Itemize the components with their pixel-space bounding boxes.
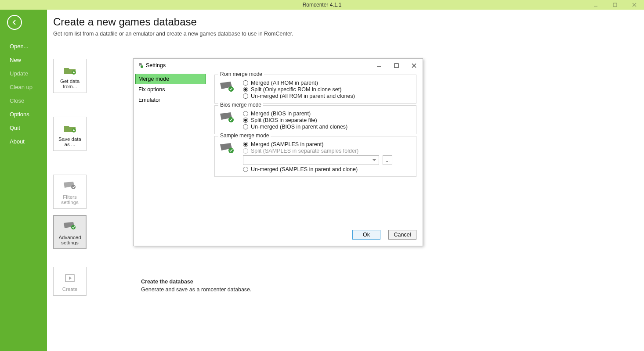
folder-plus-icon — [55, 122, 84, 135]
drive-plus-icon — [218, 143, 234, 154]
play-icon — [55, 272, 84, 285]
group-legend: Rom merge mode — [218, 71, 264, 77]
radio-label: Un-merged (SAMPLES in parent and clone) — [251, 166, 358, 172]
tile-advanced[interactable]: Advanced settings — [53, 215, 87, 249]
dialog-close-button[interactable] — [405, 59, 423, 72]
content-area: Create a new games database Get rom list… — [47, 10, 644, 351]
minimize-button[interactable] — [586, 0, 605, 10]
create-description: Create the database Generate and save as… — [141, 279, 252, 293]
radio-rom-unmerged[interactable]: Un-merged (All ROM in parent and clones) — [243, 93, 412, 99]
close-button[interactable] — [625, 0, 644, 10]
page-subtitle: Get rom list from a datafile or an emula… — [53, 31, 638, 37]
group-legend: Bios merge mode — [218, 102, 263, 108]
radio-sample-merged[interactable]: Merged (SAMPLES in parent) — [243, 141, 412, 147]
radio-label: Split (Only specific ROM in clone set) — [251, 86, 341, 93]
drive-plus-icon — [218, 112, 234, 123]
radio-rom-merged[interactable]: Merged (All ROM in parent) — [243, 80, 412, 86]
dialog-main: Rom merge mode Merged (All ROM in parent… — [208, 72, 423, 246]
radio-rom-split[interactable]: Split (Only specific ROM in clone set) — [243, 86, 412, 93]
sidebar-item-update: Update — [0, 67, 47, 80]
dialog-maximize-button[interactable] — [387, 59, 405, 72]
sidebar-item-about[interactable]: About — [0, 135, 47, 148]
svg-rect-1 — [613, 3, 617, 7]
sidebar-item-new[interactable]: New — [0, 53, 47, 67]
page-header: Create a new games database Get rom list… — [47, 10, 644, 40]
svg-marker-9 — [69, 276, 72, 280]
settings-dialog: Settings Merge mode Fix options Emulator… — [133, 58, 423, 246]
tile-label: Get data — [55, 79, 84, 84]
svg-point-7 — [71, 225, 76, 229]
cancel-button[interactable]: Cancel — [388, 230, 416, 240]
app-title: Romcenter 4.1.1 — [303, 2, 342, 8]
settings-icon — [137, 62, 143, 68]
nav-merge-mode[interactable]: Merge mode — [135, 74, 206, 84]
tile-label: settings — [55, 200, 84, 205]
window-buttons — [586, 0, 644, 10]
app-titlebar: Romcenter 4.1.1 — [0, 0, 644, 10]
tile-save-data[interactable]: Save data as ... — [53, 117, 87, 151]
group-legend: Sample merge mode — [218, 133, 271, 139]
radio-label: Split (BIOS in separate file) — [251, 117, 317, 123]
browse-button[interactable]: ... — [383, 155, 392, 165]
dialog-title: Settings — [146, 62, 166, 68]
group-sample-merge: Sample merge mode Merged (SAMPLES in par… — [214, 136, 416, 177]
svg-point-6 — [71, 185, 76, 189]
tile-filters[interactable]: Filters settings — [53, 175, 87, 209]
drive-plus-icon — [218, 81, 234, 93]
radio-bios-split[interactable]: Split (BIOS in separate file) — [243, 117, 412, 123]
tile-label: Filters — [55, 194, 84, 200]
radio-label: Un-merged (BIOS in parent and clones) — [251, 124, 347, 130]
create-desc-text: Generate and save as a romcenter databas… — [141, 287, 252, 293]
nav-fix-options[interactable]: Fix options — [135, 84, 206, 95]
radio-label: Merged (BIOS in parent) — [251, 111, 311, 117]
back-button[interactable] — [7, 15, 22, 30]
sidebar-item-cleanup: Clean up — [0, 80, 47, 94]
sidebar-item-options[interactable]: Options — [0, 107, 47, 121]
dialog-minimize-button[interactable] — [370, 59, 387, 72]
tile-create[interactable]: Create — [53, 267, 87, 296]
svg-rect-12 — [394, 64, 398, 68]
group-bios-merge: Bios merge mode Merged (BIOS in parent) … — [214, 105, 416, 134]
nav-emulator[interactable]: Emulator — [135, 95, 206, 105]
radio-sample-split[interactable]: Split (SAMPLES in separate samples folde… — [243, 148, 412, 154]
maximize-button[interactable] — [605, 0, 625, 10]
drive-check-icon — [55, 220, 84, 233]
sidebar-item-open[interactable]: Open... — [0, 39, 47, 53]
wizard-steps: Get data from... Save data as ... Filter… — [53, 59, 87, 319]
sidebar-item-quit[interactable]: Quit — [0, 121, 47, 135]
tile-get-data[interactable]: Get data from... — [53, 59, 87, 93]
sidebar-item-close: Close — [0, 94, 47, 107]
dialog-nav: Merge mode Fix options Emulator — [134, 72, 208, 246]
drive-check-icon — [55, 179, 84, 193]
radio-label: Split (SAMPLES in separate samples folde… — [251, 148, 358, 154]
radio-label: Merged (All ROM in parent) — [251, 80, 318, 86]
radio-bios-merged[interactable]: Merged (BIOS in parent) — [243, 111, 412, 117]
tile-label: Advanced — [55, 235, 84, 240]
tile-label: from... — [55, 84, 84, 89]
tile-label: Save data — [55, 136, 84, 142]
group-rom-merge: Rom merge mode Merged (All ROM in parent… — [214, 75, 416, 104]
sidebar: Open... New Update Clean up Close Option… — [0, 10, 47, 351]
folder-plus-icon — [55, 64, 84, 77]
radio-label: Un-merged (All ROM in parent and clones) — [251, 93, 355, 99]
tile-label: Create — [55, 287, 84, 292]
ok-button[interactable]: Ok — [352, 230, 380, 240]
radio-bios-unmerged[interactable]: Un-merged (BIOS in parent and clones) — [243, 124, 412, 130]
tile-label: as ... — [55, 142, 84, 147]
radio-label: Merged (SAMPLES in parent) — [251, 141, 323, 147]
page-title: Create a new games database — [53, 16, 638, 28]
svg-point-10 — [141, 65, 143, 68]
tile-label: settings — [55, 240, 84, 245]
sample-folder-combo[interactable] — [243, 155, 379, 165]
create-desc-title: Create the database — [141, 279, 252, 285]
radio-sample-unmerged[interactable]: Un-merged (SAMPLES in parent and clone) — [243, 166, 412, 172]
dialog-titlebar[interactable]: Settings — [134, 59, 423, 72]
